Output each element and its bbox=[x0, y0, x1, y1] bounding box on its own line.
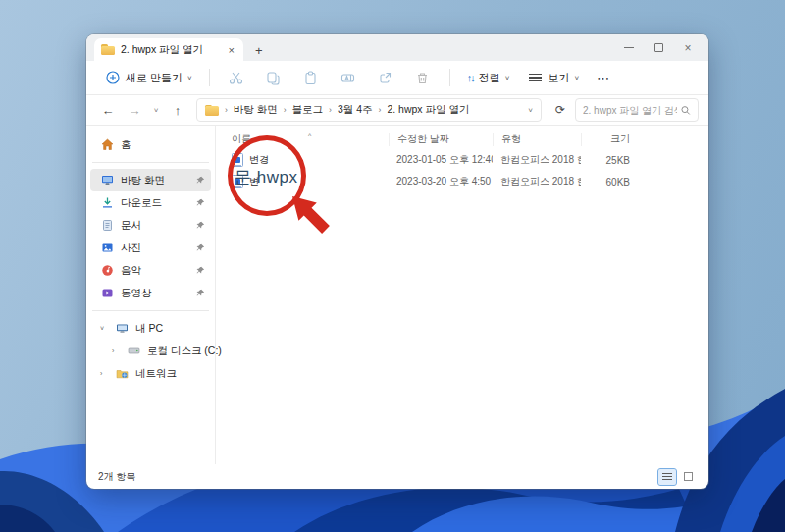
sidebar-item-network[interactable]: › 네트워크 bbox=[90, 362, 211, 385]
details-view-toggle[interactable] bbox=[679, 469, 697, 485]
home-icon bbox=[100, 138, 114, 152]
file-date: 2023-01-05 오후 12:40 bbox=[389, 153, 493, 167]
music-icon bbox=[100, 264, 114, 278]
toolbar-divider bbox=[449, 69, 450, 86]
column-header-date[interactable]: 수정한 날짜 bbox=[389, 133, 493, 146]
sidebar-item-documents[interactable]: 문서 bbox=[90, 214, 211, 237]
up-button[interactable]: ↑ bbox=[166, 98, 189, 122]
sidebar-item-videos[interactable]: 동영상 bbox=[90, 282, 211, 304]
sidebar-item-desktop[interactable]: 바탕 화면 bbox=[90, 169, 211, 191]
new-tab-button[interactable]: + bbox=[255, 43, 263, 58]
pin-icon bbox=[196, 176, 205, 185]
pin-icon bbox=[196, 198, 205, 207]
tab-close-icon[interactable]: × bbox=[227, 44, 236, 56]
minimize-button[interactable] bbox=[614, 34, 644, 61]
paste-icon bbox=[303, 70, 319, 85]
column-header-type[interactable]: 유형 bbox=[493, 133, 581, 146]
breadcrumb-item[interactable]: 바탕 화면 bbox=[234, 103, 278, 117]
history-chevron-icon[interactable]: ˅ bbox=[149, 98, 163, 122]
tab-title: 2. hwpx 파일 열기 bbox=[121, 43, 221, 57]
rename-icon bbox=[340, 70, 356, 85]
pin-icon bbox=[196, 266, 205, 275]
folder-icon bbox=[101, 44, 115, 55]
sidebar-divider bbox=[92, 162, 209, 163]
more-button[interactable]: ⋯ bbox=[590, 67, 617, 89]
maximize-button[interactable] bbox=[644, 34, 673, 61]
paste-button[interactable] bbox=[294, 66, 328, 89]
annotation-highlight-text: 문.hwpx bbox=[235, 166, 297, 188]
search-box[interactable] bbox=[575, 98, 699, 122]
view-button-label: 보기 bbox=[548, 71, 569, 85]
breadcrumb[interactable]: › 바탕 화면 › 블로그 › 3월 4주 › 2. hwpx 파일 열기 ˅ bbox=[196, 98, 542, 122]
breadcrumb-item[interactable]: 블로그 bbox=[292, 103, 324, 117]
breadcrumb-item[interactable]: 3월 4주 bbox=[338, 103, 373, 117]
file-size: 25KB bbox=[581, 155, 638, 166]
share-button[interactable] bbox=[369, 66, 402, 89]
pin-icon bbox=[196, 243, 205, 252]
file-type: 한컴오피스 2018 한... bbox=[493, 153, 581, 167]
file-size: 60KB bbox=[581, 177, 638, 187]
column-header-size[interactable]: 크기 bbox=[581, 133, 638, 146]
window-content: 홈 바탕 화면 다운로드 문서 bbox=[86, 126, 708, 464]
sidebar-item-pictures[interactable]: 사진 bbox=[90, 237, 211, 259]
back-button[interactable]: ← bbox=[96, 98, 120, 122]
chevron-down-icon: ˅ bbox=[574, 74, 579, 80]
chevron-down-icon: ˅ bbox=[187, 74, 192, 80]
sort-button[interactable]: ↑↓ 정렬 ˅ bbox=[460, 67, 517, 89]
collapse-chevron-icon[interactable]: ˅ bbox=[100, 325, 108, 332]
chevron-right-icon: › bbox=[379, 105, 382, 115]
tab-bar: 2. hwpx 파일 열기 × + × bbox=[86, 34, 708, 61]
cut-button[interactable] bbox=[220, 66, 253, 89]
pin-icon bbox=[196, 289, 205, 297]
view-toggles bbox=[658, 469, 697, 485]
status-bar: 2개 항목 bbox=[86, 464, 708, 489]
desktop-icon bbox=[100, 174, 114, 187]
close-icon: × bbox=[684, 42, 691, 54]
sidebar-item-label: 홈 bbox=[121, 138, 131, 152]
expand-chevron-icon[interactable]: › bbox=[100, 370, 108, 377]
disk-icon bbox=[127, 345, 140, 358]
downloads-icon bbox=[100, 196, 114, 210]
copy-button[interactable] bbox=[257, 66, 290, 89]
item-count: 2개 항목 bbox=[98, 470, 135, 484]
sidebar-item-this-pc[interactable]: ˅ 내 PC bbox=[90, 317, 211, 340]
view-button[interactable]: 보기 ˅ bbox=[520, 66, 586, 89]
search-input[interactable] bbox=[583, 105, 677, 116]
sidebar-item-local-disk-c[interactable]: › 로컬 디스크 (C:) bbox=[90, 340, 211, 362]
sort-button-label: 정렬 bbox=[479, 71, 500, 85]
refresh-button[interactable]: ⟳ bbox=[549, 98, 572, 122]
rename-button[interactable] bbox=[332, 66, 365, 89]
sort-icon: ↑↓ bbox=[467, 72, 474, 83]
videos-icon bbox=[100, 287, 114, 300]
chevron-right-icon: › bbox=[225, 105, 228, 115]
new-button[interactable]: 새로 만들기 ˅ bbox=[98, 66, 199, 89]
expand-chevron-icon[interactable]: › bbox=[112, 347, 120, 354]
sidebar-item-label: 네트워크 bbox=[135, 367, 177, 381]
tab-current[interactable]: 2. hwpx 파일 열기 × bbox=[94, 38, 243, 61]
address-dropdown-icon[interactable]: ˅ bbox=[528, 106, 533, 115]
list-view-icon bbox=[662, 473, 672, 480]
sidebar-item-music[interactable]: 음악 bbox=[90, 259, 211, 282]
sidebar-item-downloads[interactable]: 다운로드 bbox=[90, 191, 211, 214]
annotation-arrow-icon bbox=[288, 192, 345, 249]
trash-icon bbox=[415, 70, 431, 85]
maximize-icon bbox=[654, 43, 663, 52]
file-type: 한컴오피스 2018 한... bbox=[493, 175, 581, 188]
copy-icon bbox=[266, 70, 282, 85]
sidebar-item-label: 동영상 bbox=[121, 287, 152, 300]
delete-button[interactable] bbox=[406, 66, 440, 89]
new-button-label: 새로 만들기 bbox=[126, 71, 183, 85]
sidebar-item-home[interactable]: 홈 bbox=[90, 133, 211, 156]
address-bar: ← → ˅ ↑ › 바탕 화면 › 블로그 › 3월 4주 › 2. hwpx … bbox=[86, 95, 708, 126]
forward-button[interactable]: → bbox=[123, 98, 146, 122]
close-button[interactable]: × bbox=[673, 34, 703, 61]
chevron-down-icon: ˅ bbox=[505, 74, 510, 80]
breadcrumb-item[interactable]: 2. hwpx 파일 열기 bbox=[387, 103, 469, 117]
chevron-right-icon: › bbox=[329, 105, 332, 115]
explorer-window: 2. hwpx 파일 열기 × + × 새로 만들기 ˅ bbox=[86, 34, 708, 489]
pc-icon bbox=[115, 322, 129, 336]
sidebar-item-label: 음악 bbox=[121, 264, 141, 278]
cut-icon bbox=[229, 70, 244, 85]
pin-icon bbox=[196, 221, 205, 230]
list-view-toggle[interactable] bbox=[658, 469, 676, 485]
